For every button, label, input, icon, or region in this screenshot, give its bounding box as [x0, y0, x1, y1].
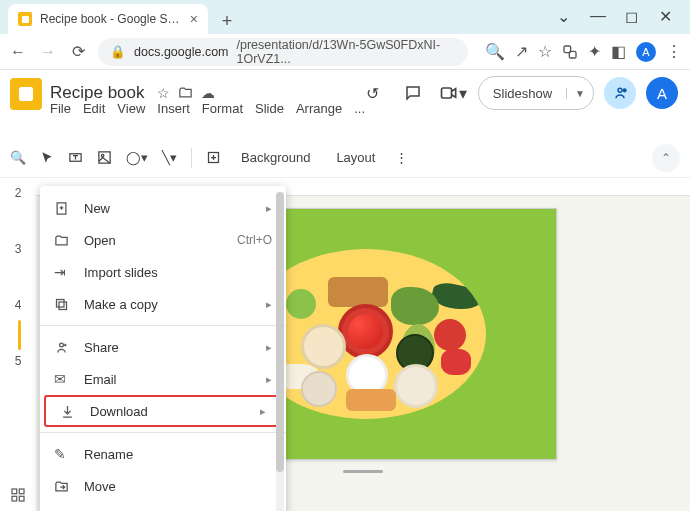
menu-slide[interactable]: Slide — [255, 101, 284, 116]
search-icon[interactable]: 🔍 — [485, 42, 505, 61]
background-button[interactable]: Background — [235, 148, 316, 167]
extensions-icon[interactable]: ✦ — [588, 42, 601, 61]
svg-point-16 — [60, 343, 64, 347]
cloud-status-icon[interactable]: ☁ — [201, 85, 215, 101]
open-icon — [54, 233, 70, 248]
forward-button: → — [38, 43, 58, 61]
svg-rect-12 — [19, 496, 24, 501]
menu-email[interactable]: ✉ Email ▸ — [40, 363, 286, 395]
browser-tab[interactable]: Recipe book - Google Slides × — [8, 4, 208, 34]
menu-open[interactable]: Open Ctrl+O — [40, 224, 286, 256]
meet-icon[interactable]: ▾ — [438, 78, 468, 108]
toolbar: 🔍 ◯▾ ╲▾ Background Layout ⋮ ⌃ — [0, 138, 690, 178]
line-tool-icon[interactable]: ╲▾ — [162, 150, 177, 165]
svg-point-4 — [623, 89, 626, 92]
svg-rect-10 — [19, 489, 24, 494]
more-tools-icon[interactable]: ⋮ — [395, 150, 408, 165]
back-button[interactable]: ← — [8, 43, 28, 61]
svg-rect-9 — [12, 489, 17, 494]
grid-view-icon[interactable] — [10, 487, 26, 503]
menu-scrollbar[interactable] — [276, 192, 284, 511]
notes-resize-handle[interactable] — [343, 470, 383, 473]
new-icon — [54, 201, 70, 216]
submenu-arrow-icon: ▸ — [266, 202, 272, 215]
download-icon — [60, 404, 76, 419]
svg-point-7 — [101, 154, 104, 157]
bookmark-icon[interactable]: ◧ — [611, 42, 626, 61]
lock-icon: 🔒 — [110, 44, 126, 59]
thumb-num-4[interactable]: 4 — [15, 298, 22, 312]
menu-format[interactable]: Format — [202, 101, 243, 116]
comments-icon[interactable] — [398, 78, 428, 108]
submenu-arrow-icon: ▸ — [266, 298, 272, 311]
minimize-icon[interactable]: — — [590, 7, 604, 26]
url-path: /presentation/d/13Wn-5GwS0FDxNI-1OrVZ1..… — [237, 38, 456, 66]
submenu-arrow-icon: ▸ — [266, 341, 272, 354]
chevron-down-icon[interactable]: ⌄ — [556, 7, 570, 26]
star-icon[interactable]: ☆ — [538, 42, 552, 61]
svg-rect-15 — [57, 299, 65, 307]
menu-more[interactable]: ... — [354, 101, 365, 116]
menu-edit[interactable]: Edit — [83, 101, 105, 116]
menubar: File Edit View Insert Format Slide Arran… — [50, 101, 365, 116]
email-icon: ✉ — [54, 371, 70, 387]
close-tab-icon[interactable]: × — [190, 11, 198, 27]
cursor-tool-icon[interactable] — [40, 151, 54, 165]
svg-rect-14 — [59, 302, 67, 310]
close-window-icon[interactable]: ✕ — [658, 7, 672, 26]
menu-add-shortcut[interactable]: Add shortcut to Drive — [40, 502, 286, 511]
share-url-icon[interactable]: ↗ — [515, 42, 528, 61]
tab-title: Recipe book - Google Slides — [40, 12, 182, 26]
svg-point-3 — [618, 88, 622, 92]
url-domain: docs.google.com — [134, 45, 229, 59]
reload-button[interactable]: ⟳ — [68, 42, 88, 61]
textbox-tool-icon[interactable] — [68, 150, 83, 165]
menu-rename[interactable]: ✎ Rename — [40, 438, 286, 470]
menu-download[interactable]: Download ▸ — [44, 395, 282, 427]
collapse-toolbar-icon[interactable]: ⌃ — [652, 144, 680, 172]
slides-logo[interactable] — [10, 78, 42, 110]
submenu-arrow-icon: ▸ — [260, 405, 266, 418]
menu-share[interactable]: Share ▸ — [40, 331, 286, 363]
maximize-icon[interactable]: ◻ — [624, 7, 638, 26]
menu-import-slides[interactable]: ⇥ Import slides — [40, 256, 286, 288]
menu-move[interactable]: Move — [40, 470, 286, 502]
move-icon — [54, 479, 70, 494]
slideshow-dropdown[interactable]: ▼ — [566, 88, 593, 99]
new-slide-icon[interactable] — [206, 150, 221, 165]
menu-new[interactable]: New ▸ — [40, 192, 286, 224]
menu-insert[interactable]: Insert — [157, 101, 190, 116]
new-tab-button[interactable]: + — [214, 8, 240, 34]
layout-button[interactable]: Layout — [330, 148, 381, 167]
account-avatar[interactable]: A — [646, 77, 678, 109]
menu-arrange[interactable]: Arrange — [296, 101, 342, 116]
thumb-num-2[interactable]: 2 — [15, 186, 22, 200]
slides-favicon — [18, 12, 32, 26]
menu-make-copy[interactable]: Make a copy ▸ — [40, 288, 286, 320]
svg-rect-11 — [12, 496, 17, 501]
share-button[interactable] — [604, 77, 636, 109]
file-menu: New ▸ Open Ctrl+O ⇥ Import slides Make a… — [40, 186, 286, 511]
move-doc-icon[interactable] — [178, 85, 193, 101]
share-icon — [54, 340, 70, 355]
image-tool-icon[interactable] — [97, 150, 112, 165]
menu-view[interactable]: View — [117, 101, 145, 116]
search-tool-icon[interactable]: 🔍 — [10, 150, 26, 165]
document-title[interactable]: Recipe book — [50, 83, 145, 103]
browser-menu-icon[interactable]: ⋮ — [666, 42, 682, 61]
submenu-arrow-icon: ▸ — [266, 373, 272, 386]
import-icon: ⇥ — [54, 264, 70, 280]
browser-avatar[interactable]: A — [636, 42, 656, 62]
star-doc-icon[interactable]: ☆ — [157, 85, 170, 101]
translate-icon[interactable] — [562, 44, 578, 60]
thumb-num-3[interactable]: 3 — [15, 242, 22, 256]
slideshow-button[interactable]: Slideshow ▼ — [478, 76, 594, 110]
menu-file[interactable]: File — [50, 101, 71, 116]
copy-icon — [54, 297, 70, 312]
selected-thumb-indicator — [18, 320, 21, 350]
address-bar[interactable]: 🔒 docs.google.com/presentation/d/13Wn-5G… — [98, 38, 468, 66]
svg-rect-2 — [441, 88, 451, 98]
thumb-num-5[interactable]: 5 — [15, 354, 22, 368]
rename-icon: ✎ — [54, 446, 70, 462]
shape-tool-icon[interactable]: ◯▾ — [126, 150, 148, 165]
